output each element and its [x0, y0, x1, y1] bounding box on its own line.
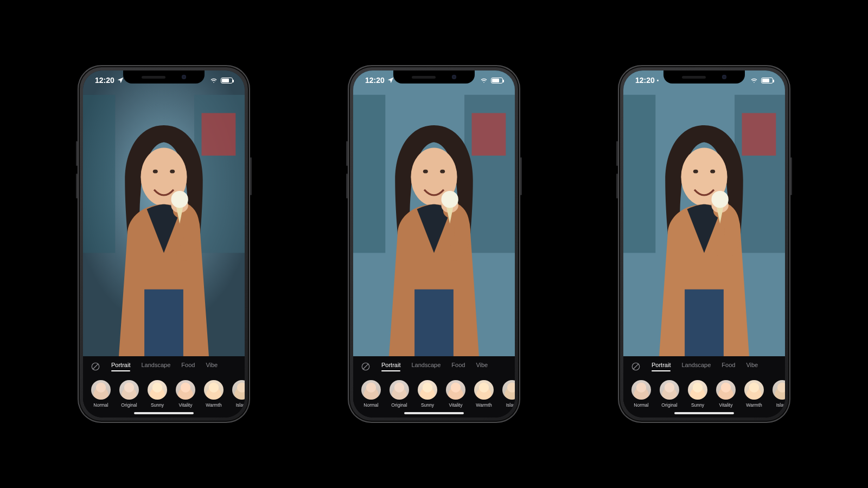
status-dot: • — [657, 78, 659, 84]
location-icon — [387, 76, 394, 84]
filter-thumb — [446, 380, 465, 400]
filter-warmth[interactable]: Warmth — [202, 380, 225, 408]
no-filter-button[interactable] — [631, 362, 641, 371]
phone-mockup-3: 12:20 • — [618, 65, 790, 423]
svg-line-23 — [363, 364, 369, 370]
status-time: 12:20 — [635, 76, 655, 85]
filter-panel: Portrait Landscape Food Vibe Normal Orig… — [623, 356, 785, 418]
battery-icon — [491, 78, 503, 84]
category-vibe[interactable]: Vibe — [206, 362, 218, 371]
filter-normal[interactable]: Normal — [630, 380, 653, 408]
photo-preview[interactable] — [623, 70, 785, 356]
filter-original[interactable]: Original — [388, 380, 411, 408]
filter-thumb — [502, 380, 515, 400]
category-row: Portrait Landscape Food Vibe — [353, 362, 515, 376]
filter-thumb — [232, 380, 245, 400]
filter-thumb — [361, 380, 381, 400]
filter-warmth[interactable]: Warmth — [743, 380, 765, 408]
filter-thumb — [204, 380, 224, 400]
filter-row[interactable]: Normal Original Sunny Vitality Warmth Is… — [353, 376, 515, 408]
svg-rect-26 — [742, 113, 776, 155]
home-indicator[interactable] — [674, 412, 734, 414]
svg-rect-3 — [83, 95, 115, 253]
filter-thumb — [91, 380, 111, 400]
svg-rect-14 — [472, 113, 506, 155]
svg-point-21 — [441, 191, 458, 208]
filter-sunny[interactable]: Sunny — [686, 380, 709, 408]
svg-point-33 — [711, 191, 728, 208]
filter-thumb — [176, 380, 195, 400]
screen: 12:20 — [83, 70, 245, 418]
svg-point-5 — [153, 170, 158, 174]
filter-vitality[interactable]: Vitality — [174, 380, 197, 408]
svg-rect-2 — [202, 113, 236, 155]
screen: 12:20 — [353, 70, 515, 418]
svg-point-30 — [710, 170, 715, 174]
category-landscape[interactable]: Landscape — [681, 362, 711, 371]
no-filter-button[interactable] — [361, 362, 371, 371]
filter-thumb — [660, 380, 679, 400]
svg-rect-15 — [353, 95, 385, 253]
filter-original[interactable]: Original — [658, 380, 681, 408]
svg-point-17 — [423, 170, 428, 174]
category-portrait[interactable]: Portrait — [652, 362, 671, 371]
filter-thumb — [148, 380, 167, 400]
svg-rect-27 — [623, 95, 655, 253]
filter-thumb — [390, 380, 409, 400]
filter-island[interactable]: Island — [231, 380, 245, 408]
filter-row[interactable]: Normal Original Sunny Vitality Warmth Is… — [83, 376, 245, 408]
home-indicator[interactable] — [134, 412, 194, 414]
filter-sunny[interactable]: Sunny — [416, 380, 439, 408]
category-food[interactable]: Food — [181, 362, 195, 371]
photo-preview[interactable] — [353, 70, 515, 356]
svg-point-29 — [693, 170, 698, 174]
battery-icon — [221, 78, 233, 84]
filter-thumb — [688, 380, 707, 400]
filter-original[interactable]: Original — [118, 380, 141, 408]
svg-line-11 — [93, 364, 99, 370]
filter-thumb — [418, 380, 437, 400]
filter-warmth[interactable]: Warmth — [473, 380, 495, 408]
category-vibe[interactable]: Vibe — [746, 362, 758, 371]
category-vibe[interactable]: Vibe — [476, 362, 488, 371]
category-landscape[interactable]: Landscape — [141, 362, 170, 371]
phone-mockup-1: 12:20 — [78, 65, 250, 423]
phone-mockup-2: 12:20 — [348, 65, 520, 423]
filter-vitality[interactable]: Vitality — [714, 380, 737, 408]
category-row: Portrait Landscape Food Vibe — [83, 362, 245, 376]
svg-point-18 — [440, 170, 445, 174]
filter-thumb — [119, 380, 139, 400]
filter-normal[interactable]: Normal — [360, 380, 382, 408]
category-food[interactable]: Food — [451, 362, 465, 371]
filter-thumb — [773, 380, 785, 400]
filter-panel: Portrait Landscape Food Vibe Normal Orig… — [83, 356, 245, 418]
filter-island[interactable]: Island — [771, 380, 785, 408]
photo-preview[interactable] — [83, 70, 245, 356]
filter-normal[interactable]: Normal — [90, 380, 112, 408]
svg-rect-19 — [414, 290, 454, 356]
home-indicator[interactable] — [404, 412, 464, 414]
category-landscape[interactable]: Landscape — [411, 362, 441, 371]
filter-sunny[interactable]: Sunny — [146, 380, 169, 408]
category-portrait[interactable]: Portrait — [111, 362, 130, 371]
filter-thumb — [474, 380, 494, 400]
filter-row[interactable]: Normal Original Sunny Vitality Warmth Is… — [623, 376, 785, 408]
filter-island[interactable]: Island — [501, 380, 515, 408]
svg-rect-31 — [685, 290, 724, 356]
notch — [393, 70, 475, 84]
wifi-icon — [750, 76, 758, 84]
svg-point-9 — [171, 191, 188, 208]
no-filter-button[interactable] — [91, 362, 100, 371]
category-portrait[interactable]: Portrait — [381, 362, 400, 371]
filter-thumb — [744, 380, 764, 400]
status-time: 12:20 — [365, 76, 385, 85]
filter-panel: Portrait Landscape Food Vibe Normal Orig… — [353, 356, 515, 418]
filter-thumb — [716, 380, 736, 400]
notch — [123, 70, 205, 84]
category-food[interactable]: Food — [722, 362, 735, 371]
svg-point-6 — [170, 170, 175, 174]
filter-vitality[interactable]: Vitality — [444, 380, 467, 408]
wifi-icon — [480, 76, 488, 84]
notch — [663, 70, 745, 84]
screen: 12:20 • — [623, 70, 785, 418]
